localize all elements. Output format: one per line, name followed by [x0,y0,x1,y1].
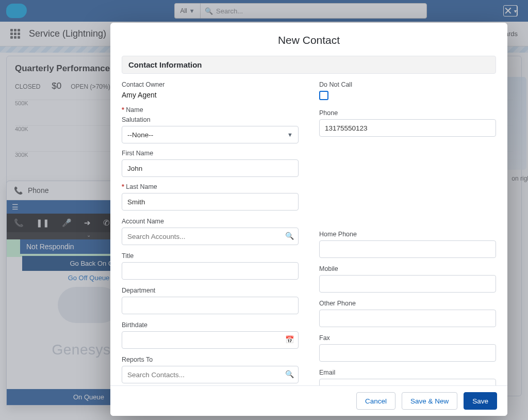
salutation-value: --None-- [127,131,153,139]
save-and-new-button[interactable]: Save & New [402,392,457,410]
reports-to-lookup[interactable] [122,366,299,383]
calendar-icon[interactable]: 📅 [285,335,294,344]
label-last-name: Last Name [122,183,299,190]
cancel-button[interactable]: Cancel [356,392,395,410]
label-fax: Fax [319,334,496,342]
chevron-down-icon: ▼ [287,132,293,138]
label-other-phone: Other Phone [319,300,496,307]
search-icon[interactable]: 🔍 [285,370,294,378]
fax-input[interactable] [319,344,496,362]
label-birthdate: Birthdate [122,321,299,329]
label-phone: Phone [319,109,496,117]
save-button[interactable]: Save [464,392,497,410]
label-do-not-call: Do Not Call [319,81,496,88]
modal-title: New Contact [110,23,507,56]
email-input[interactable] [319,379,496,385]
new-contact-modal: New Contact Contact Information Contact … [110,23,507,416]
department-input[interactable] [122,297,299,314]
label-salutation: Salutation [122,116,299,123]
mobile-input[interactable] [319,275,496,293]
label-department: Department [122,287,299,294]
do-not-call-checkbox[interactable] [319,91,328,100]
home-phone-input[interactable] [319,240,496,258]
section-contact-information: Contact Information [122,56,496,74]
other-phone-input[interactable] [319,310,496,327]
birthdate-input[interactable] [122,331,299,349]
label-contact-owner: Contact Owner [122,81,299,88]
salutation-select[interactable]: --None-- ▼ [122,126,299,143]
label-email: Email [319,369,496,376]
label-name: Name [122,106,299,114]
label-reports-to: Reports To [122,356,299,363]
title-input[interactable] [122,262,299,280]
last-name-input[interactable] [122,193,299,211]
value-contact-owner: Amy Agent [122,91,299,99]
label-account-name: Account Name [122,218,299,225]
search-icon[interactable]: 🔍 [285,232,294,240]
label-first-name: First Name [122,150,299,157]
first-name-input[interactable] [122,159,299,177]
label-home-phone: Home Phone [319,231,496,238]
label-title: Title [122,252,299,260]
account-name-lookup[interactable] [122,228,299,245]
label-mobile: Mobile [319,265,496,272]
phone-input[interactable] [319,119,496,137]
